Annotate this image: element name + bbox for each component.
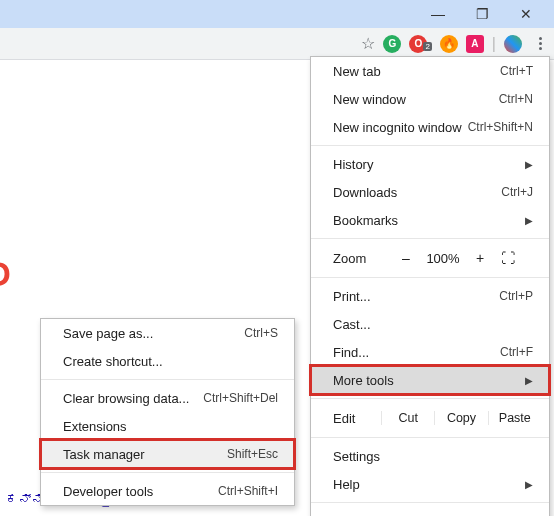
menu-hint: Ctrl+Shift+N (468, 120, 533, 134)
menu-new-tab[interactable]: New tab Ctrl+T (311, 57, 549, 85)
fullscreen-icon[interactable]: ⛶ (495, 250, 519, 266)
menu-label: Zoom (333, 251, 391, 266)
menu-hint: Ctrl+F (500, 345, 533, 359)
page-logo-partial: ɔ (0, 250, 11, 294)
menu-label: Edit (333, 411, 381, 426)
close-button[interactable]: ✕ (504, 0, 548, 28)
menu-label: Task manager (63, 447, 145, 462)
submenu-extensions[interactable]: Extensions (41, 412, 294, 440)
submenu-developer-tools[interactable]: Developer tools Ctrl+Shift+I (41, 477, 294, 505)
kebab-menu-icon[interactable] (530, 37, 550, 50)
submenu-create-shortcut[interactable]: Create shortcut... (41, 347, 294, 375)
chevron-right-icon: ▶ (525, 215, 533, 226)
menu-separator (311, 437, 549, 438)
zoom-value: 100% (421, 251, 465, 266)
edit-paste-button[interactable]: Paste (488, 411, 541, 425)
menu-bookmarks[interactable]: Bookmarks ▶ (311, 206, 549, 234)
menu-edit-row: Edit Cut Copy Paste (311, 403, 549, 433)
menu-label: New window (333, 92, 406, 107)
submenu-task-manager[interactable]: Task manager Shift+Esc (41, 440, 294, 468)
menu-hint: Ctrl+N (499, 92, 533, 106)
edit-cut-button[interactable]: Cut (381, 411, 434, 425)
menu-find[interactable]: Find... Ctrl+F (311, 338, 549, 366)
chevron-right-icon: ▶ (525, 159, 533, 170)
maximize-button[interactable]: ❐ (460, 0, 504, 28)
menu-label: Cast... (333, 317, 371, 332)
submenu-clear-data[interactable]: Clear browsing data... Ctrl+Shift+Del (41, 384, 294, 412)
chrome-main-menu: New tab Ctrl+T New window Ctrl+N New inc… (310, 56, 550, 516)
menu-label: Save page as... (63, 326, 153, 341)
menu-exit[interactable]: Exit (311, 507, 549, 516)
extension-icon-green[interactable]: G (383, 35, 401, 53)
menu-more-tools[interactable]: More tools ▶ (311, 366, 549, 394)
minimize-button[interactable]: — (416, 0, 460, 28)
menu-label: Clear browsing data... (63, 391, 189, 406)
menu-label: Extensions (63, 419, 127, 434)
zoom-in-button[interactable]: + (465, 250, 495, 266)
menu-zoom: Zoom – 100% + ⛶ (311, 243, 549, 273)
menu-label: More tools (333, 373, 394, 388)
chevron-right-icon: ▶ (525, 479, 533, 490)
menu-label: Help (333, 477, 360, 492)
menu-label: Developer tools (63, 484, 153, 499)
menu-cast[interactable]: Cast... (311, 310, 549, 338)
menu-hint: Ctrl+S (244, 326, 278, 340)
menu-separator (311, 145, 549, 146)
menu-incognito[interactable]: New incognito window Ctrl+Shift+N (311, 113, 549, 141)
toolbar-separator: | (492, 35, 496, 53)
profile-avatar[interactable] (504, 35, 522, 53)
extension-icon-flame[interactable]: 🔥 (440, 35, 458, 53)
menu-separator (41, 472, 294, 473)
menu-separator (41, 379, 294, 380)
menu-label: Create shortcut... (63, 354, 163, 369)
extension-icon-a[interactable]: A (466, 35, 484, 53)
menu-separator (311, 398, 549, 399)
menu-separator (311, 238, 549, 239)
menu-new-window[interactable]: New window Ctrl+N (311, 85, 549, 113)
menu-label: History (333, 157, 373, 172)
menu-label: Print... (333, 289, 371, 304)
menu-hint: Ctrl+J (501, 185, 533, 199)
menu-label: New incognito window (333, 120, 462, 135)
menu-label: Downloads (333, 185, 397, 200)
menu-label: Bookmarks (333, 213, 398, 228)
menu-label: New tab (333, 64, 381, 79)
menu-hint: Ctrl+T (500, 64, 533, 78)
submenu-save-page[interactable]: Save page as... Ctrl+S (41, 319, 294, 347)
zoom-out-button[interactable]: – (391, 250, 421, 266)
menu-hint: Ctrl+Shift+I (218, 484, 278, 498)
menu-history[interactable]: History ▶ (311, 150, 549, 178)
menu-print[interactable]: Print... Ctrl+P (311, 282, 549, 310)
chevron-right-icon: ▶ (525, 375, 533, 386)
menu-hint: Shift+Esc (227, 447, 278, 461)
extension-badge: 2 (423, 42, 431, 51)
menu-downloads[interactable]: Downloads Ctrl+J (311, 178, 549, 206)
bookmark-star-icon[interactable]: ☆ (361, 34, 375, 53)
menu-hint: Ctrl+Shift+Del (203, 391, 278, 405)
window-titlebar: — ❐ ✕ (0, 0, 554, 28)
menu-label: Settings (333, 449, 380, 464)
more-tools-submenu: Save page as... Ctrl+S Create shortcut..… (40, 318, 295, 506)
menu-label: Find... (333, 345, 369, 360)
menu-help[interactable]: Help ▶ (311, 470, 549, 498)
menu-settings[interactable]: Settings (311, 442, 549, 470)
menu-hint: Ctrl+P (499, 289, 533, 303)
menu-separator (311, 502, 549, 503)
menu-separator (311, 277, 549, 278)
edit-copy-button[interactable]: Copy (434, 411, 487, 425)
